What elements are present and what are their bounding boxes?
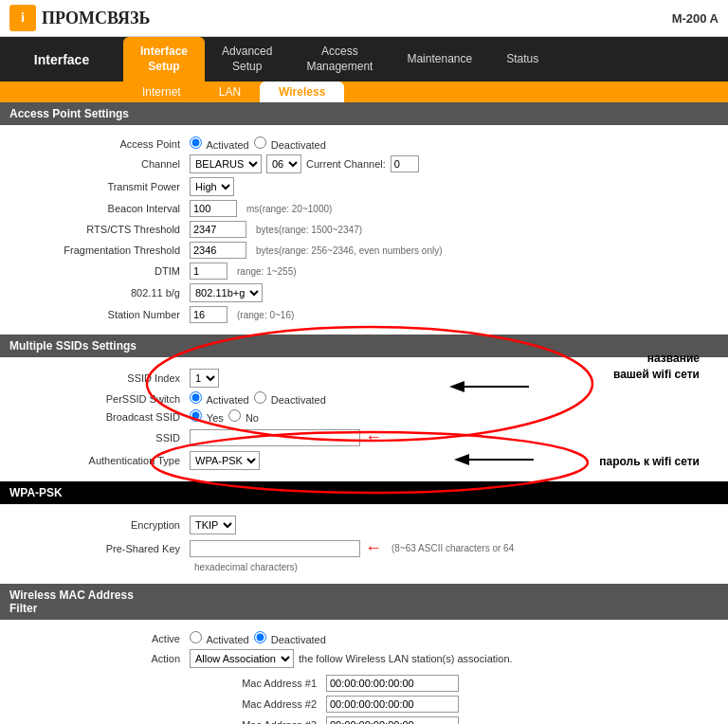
sub-tab-internet[interactable]: Internet xyxy=(123,81,200,102)
dtim-label: DTIM xyxy=(19,265,190,277)
channel-value: BELARUS 06 Current Channel: xyxy=(190,154,419,173)
nav-interface-label: Interface xyxy=(0,37,123,81)
mac-value-3 xyxy=(326,715,459,724)
annotation-wifi-name: названиевашей wifi сети xyxy=(613,351,700,383)
beacon-value: ms(range: 20~1000) xyxy=(190,200,332,217)
beacon-row: Beacon Interval ms(range: 20~1000) xyxy=(19,200,709,217)
mac-active-row: Active Activated Deactivated xyxy=(19,631,709,645)
tab-maintenance[interactable]: Maintenance xyxy=(390,37,489,81)
access-point-section-header: Access Point Settings xyxy=(0,102,728,125)
auth-value: WPA-PSK xyxy=(190,451,260,470)
model-label: M-200 A xyxy=(672,11,719,26)
ssid-index-select[interactable]: 1 xyxy=(190,369,219,388)
top-header: i ПРОМСВЯЗЬ M-200 A xyxy=(0,0,728,37)
psk-hint-row: hexadecimal characters) xyxy=(19,562,709,572)
encryption-row: Encryption TKIP xyxy=(19,516,709,534)
mac-activated-radio[interactable] xyxy=(190,631,202,643)
sub-tab-lan[interactable]: LAN xyxy=(200,81,260,102)
broadcast-no-radio[interactable] xyxy=(228,409,241,422)
mac-form: Active Activated Deactivated Action Allo… xyxy=(0,620,728,724)
sub-nav: Internet LAN Wireless xyxy=(0,81,728,102)
ssid-input[interactable] xyxy=(190,429,360,446)
encryption-select[interactable]: TKIP xyxy=(190,516,236,534)
ssid-name-row: SSID ← xyxy=(19,427,709,447)
mac-address-table: Mac Address #1 Mac Address #2 Mac Addres… xyxy=(209,672,461,724)
sub-tab-wireless[interactable]: Wireless xyxy=(260,81,344,102)
perssid-deactivated-label[interactable]: Deactivated xyxy=(254,391,326,406)
80211-value: 802.11b+g xyxy=(190,283,263,302)
current-channel-input[interactable] xyxy=(391,155,419,172)
rts-value: bytes(range: 1500~2347) xyxy=(190,221,362,238)
content-area: Access Point Settings Access Point Activ… xyxy=(0,102,728,724)
mac-activated-label[interactable]: Activated xyxy=(190,631,249,645)
frag-input[interactable] xyxy=(190,242,246,259)
dtim-input[interactable] xyxy=(190,262,228,280)
perssid-row: PerSSID Switch Activated Deactivated xyxy=(19,391,709,406)
mac-input-3[interactable] xyxy=(326,716,459,724)
perssid-activated-radio[interactable] xyxy=(190,391,202,404)
80211-label: 802.11 b/g xyxy=(19,287,190,299)
rts-input[interactable] xyxy=(190,221,246,238)
beacon-input[interactable] xyxy=(190,200,237,217)
station-input[interactable] xyxy=(190,306,228,323)
tab-advanced-setup[interactable]: AdvancedSetup xyxy=(205,37,289,81)
broadcast-label: Broadcast SSID xyxy=(19,411,190,423)
broadcast-yes-label[interactable]: Yes xyxy=(190,409,224,424)
logo-icon: i xyxy=(9,5,36,31)
tab-access-management[interactable]: AccessManagement xyxy=(289,37,390,81)
mac-label-3: Mac Address #3 xyxy=(210,715,324,724)
perssid-value: Activated Deactivated xyxy=(190,391,326,406)
mac-input-2[interactable] xyxy=(326,696,459,713)
mac-deactivated-radio[interactable] xyxy=(254,631,266,643)
channel-country-select[interactable]: BELARUS xyxy=(190,154,262,173)
perssid-deactivated-radio[interactable] xyxy=(254,391,266,404)
ap-deactivated-label[interactable]: Deactivated xyxy=(254,136,326,151)
nav-bar: Interface InterfaceSetup AdvancedSetup A… xyxy=(0,37,728,81)
ssid-name-label: SSID xyxy=(19,432,190,443)
mac-action-select[interactable]: Allow Association xyxy=(190,649,294,668)
ap-activated-label[interactable]: Activated xyxy=(190,136,249,151)
broadcast-yes-radio[interactable] xyxy=(190,409,202,422)
frag-label: Fragmentation Threshold xyxy=(19,244,190,256)
mac-value-1 xyxy=(326,674,459,693)
mac-row-1: Mac Address #1 xyxy=(210,674,459,693)
rts-row: RTS/CTS Threshold bytes(range: 1500~2347… xyxy=(19,221,709,238)
encryption-value: TKIP xyxy=(190,516,236,534)
auth-label: Authentication Type xyxy=(19,455,190,466)
rts-label: RTS/CTS Threshold xyxy=(19,224,190,235)
ssid-index-row: SSID Index 1 xyxy=(19,369,709,388)
logo: i ПРОМСВЯЗЬ xyxy=(9,5,150,31)
transmit-power-row: Transmit Power High xyxy=(19,177,709,196)
transmit-power-select[interactable]: High xyxy=(190,177,234,196)
broadcast-no-label[interactable]: No xyxy=(228,409,259,424)
mac-active-value: Activated Deactivated xyxy=(190,631,326,645)
psk-value: ← (8~63 ASCII characters or 64 xyxy=(190,538,514,558)
tab-interface-setup[interactable]: InterfaceSetup xyxy=(123,37,205,81)
station-label: Station Number xyxy=(19,309,190,320)
mac-action-value: Allow Association the follow Wireless LA… xyxy=(190,649,513,668)
80211-row: 802.11 b/g 802.11b+g xyxy=(19,283,709,302)
ssid-name-value: ← xyxy=(190,427,382,447)
mac-label-2: Mac Address #2 xyxy=(210,695,324,714)
ap-deactivated-radio[interactable] xyxy=(254,136,266,149)
mac-label-1: Mac Address #1 xyxy=(210,674,324,693)
psk-hint-value: hexadecimal characters) xyxy=(190,562,298,572)
mac-deactivated-label[interactable]: Deactivated xyxy=(254,631,326,645)
dtim-row: DTIM range: 1~255) xyxy=(19,262,709,280)
80211-select[interactable]: 802.11b+g xyxy=(190,283,263,302)
tab-status[interactable]: Status xyxy=(489,37,555,81)
perssid-activated-label[interactable]: Activated xyxy=(190,391,249,406)
channel-label: Channel xyxy=(19,158,190,170)
transmit-power-label: Transmit Power xyxy=(19,181,190,192)
perssid-label: PerSSID Switch xyxy=(19,393,190,405)
mac-row-3: Mac Address #3 xyxy=(210,715,459,724)
ssid-index-label: SSID Index xyxy=(19,372,190,384)
broadcast-value: Yes No xyxy=(190,409,259,424)
psk-input[interactable] xyxy=(190,540,360,557)
auth-select[interactable]: WPA-PSK xyxy=(190,451,260,470)
access-point-form: Access Point Activated Deactivated Chann… xyxy=(0,125,728,335)
psk-arrow: ← xyxy=(365,538,382,558)
ap-activated-radio[interactable] xyxy=(190,136,202,149)
mac-input-1[interactable] xyxy=(326,675,459,692)
channel-num-select[interactable]: 06 xyxy=(266,154,301,173)
